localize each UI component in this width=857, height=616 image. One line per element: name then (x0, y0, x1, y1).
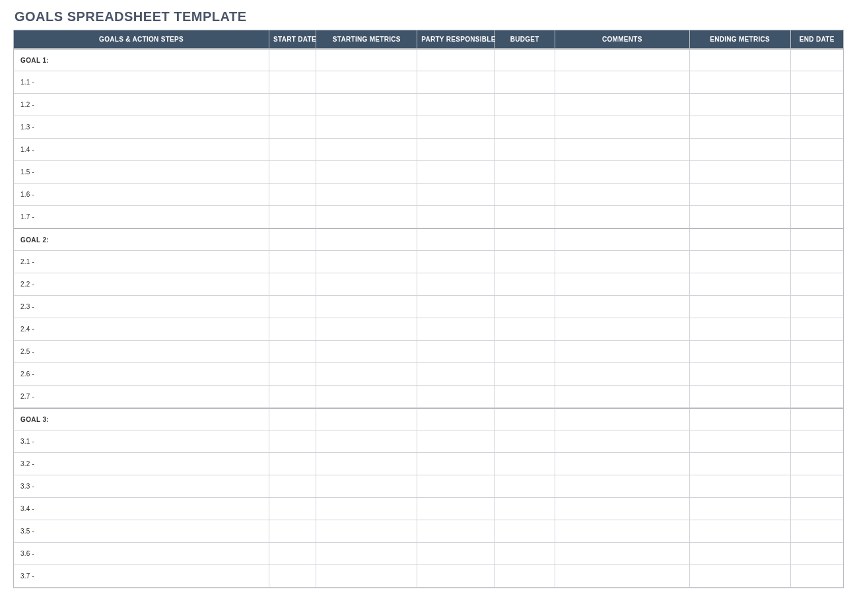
step-label[interactable]: 2.5 - (14, 341, 269, 363)
cell-col-budget[interactable] (495, 161, 555, 184)
cell-col-start-metric[interactable] (316, 520, 417, 543)
cell-col-comments[interactable] (555, 71, 690, 94)
cell-col-end-date[interactable] (791, 543, 844, 565)
cell-col-party[interactable] (417, 71, 495, 94)
cell-col-start-metric[interactable] (316, 94, 417, 116)
cell-col-comments[interactable] (555, 273, 690, 296)
cell-col-start-date[interactable] (269, 363, 316, 386)
cell-col-end-metric[interactable] (690, 565, 791, 588)
cell-col-comments[interactable] (555, 296, 690, 318)
cell-col-start-metric[interactable] (316, 386, 417, 408)
cell-col-start-date[interactable] (269, 296, 316, 318)
cell-col-comments[interactable] (555, 543, 690, 565)
cell-col-start-metric[interactable] (316, 228, 417, 251)
cell-col-party[interactable] (417, 363, 495, 386)
cell-col-budget[interactable] (495, 453, 555, 475)
cell-col-end-date[interactable] (791, 116, 844, 139)
cell-col-start-metric[interactable] (316, 116, 417, 139)
cell-col-start-metric[interactable] (316, 139, 417, 161)
cell-col-budget[interactable] (495, 341, 555, 363)
cell-col-end-date[interactable] (791, 206, 844, 228)
cell-col-start-metric[interactable] (316, 184, 417, 206)
cell-col-start-metric[interactable] (316, 565, 417, 588)
cell-col-budget[interactable] (495, 430, 555, 453)
cell-col-start-metric[interactable] (316, 475, 417, 498)
cell-col-end-metric[interactable] (690, 251, 791, 273)
cell-col-comments[interactable] (555, 116, 690, 139)
cell-col-comments[interactable] (555, 453, 690, 475)
cell-col-budget[interactable] (495, 318, 555, 341)
cell-col-start-metric[interactable] (316, 296, 417, 318)
cell-col-start-metric[interactable] (316, 318, 417, 341)
step-label[interactable]: 3.6 - (14, 543, 269, 565)
cell-col-start-date[interactable] (269, 475, 316, 498)
cell-col-end-metric[interactable] (690, 161, 791, 184)
cell-col-budget[interactable] (495, 71, 555, 94)
cell-col-party[interactable] (417, 273, 495, 296)
cell-col-party[interactable] (417, 453, 495, 475)
cell-col-start-metric[interactable] (316, 453, 417, 475)
cell-col-start-metric[interactable] (316, 273, 417, 296)
cell-col-budget[interactable] (495, 116, 555, 139)
cell-col-end-metric[interactable] (690, 49, 791, 71)
cell-col-party[interactable] (417, 116, 495, 139)
cell-col-party[interactable] (417, 520, 495, 543)
cell-col-comments[interactable] (555, 251, 690, 273)
cell-col-start-metric[interactable] (316, 498, 417, 520)
cell-col-start-date[interactable] (269, 386, 316, 408)
cell-col-budget[interactable] (495, 565, 555, 588)
cell-col-budget[interactable] (495, 386, 555, 408)
cell-col-start-date[interactable] (269, 94, 316, 116)
cell-col-party[interactable] (417, 408, 495, 430)
cell-col-end-date[interactable] (791, 94, 844, 116)
cell-col-budget[interactable] (495, 228, 555, 251)
cell-col-start-date[interactable] (269, 453, 316, 475)
cell-col-budget[interactable] (495, 408, 555, 430)
cell-col-end-date[interactable] (791, 430, 844, 453)
cell-col-start-date[interactable] (269, 116, 316, 139)
cell-col-comments[interactable] (555, 386, 690, 408)
cell-col-end-date[interactable] (791, 184, 844, 206)
cell-col-end-date[interactable] (791, 453, 844, 475)
cell-col-party[interactable] (417, 318, 495, 341)
cell-col-budget[interactable] (495, 251, 555, 273)
cell-col-start-metric[interactable] (316, 251, 417, 273)
cell-col-end-metric[interactable] (690, 386, 791, 408)
cell-col-end-date[interactable] (791, 386, 844, 408)
cell-col-comments[interactable] (555, 475, 690, 498)
step-label[interactable]: 3.7 - (14, 565, 269, 588)
cell-col-end-date[interactable] (791, 273, 844, 296)
cell-col-end-date[interactable] (791, 49, 844, 71)
cell-col-end-metric[interactable] (690, 363, 791, 386)
step-label[interactable]: 1.3 - (14, 116, 269, 139)
cell-col-budget[interactable] (495, 273, 555, 296)
cell-col-party[interactable] (417, 94, 495, 116)
cell-col-end-metric[interactable] (690, 318, 791, 341)
cell-col-start-date[interactable] (269, 408, 316, 430)
cell-col-end-date[interactable] (791, 318, 844, 341)
step-label[interactable]: 1.7 - (14, 206, 269, 228)
cell-col-start-date[interactable] (269, 543, 316, 565)
cell-col-party[interactable] (417, 430, 495, 453)
step-label[interactable]: 3.2 - (14, 453, 269, 475)
cell-col-party[interactable] (417, 565, 495, 588)
cell-col-party[interactable] (417, 251, 495, 273)
cell-col-start-date[interactable] (269, 273, 316, 296)
step-label[interactable]: 2.7 - (14, 386, 269, 408)
cell-col-party[interactable] (417, 206, 495, 228)
cell-col-party[interactable] (417, 161, 495, 184)
cell-col-end-date[interactable] (791, 71, 844, 94)
cell-col-end-metric[interactable] (690, 341, 791, 363)
cell-col-start-date[interactable] (269, 228, 316, 251)
step-label[interactable]: 2.4 - (14, 318, 269, 341)
cell-col-end-metric[interactable] (690, 139, 791, 161)
cell-col-end-metric[interactable] (690, 184, 791, 206)
goal-header-label[interactable]: GOAL 3: (14, 408, 269, 430)
cell-col-end-date[interactable] (791, 251, 844, 273)
cell-col-end-metric[interactable] (690, 475, 791, 498)
cell-col-end-metric[interactable] (690, 206, 791, 228)
cell-col-start-metric[interactable] (316, 430, 417, 453)
cell-col-end-metric[interactable] (690, 498, 791, 520)
cell-col-end-date[interactable] (791, 296, 844, 318)
cell-col-comments[interactable] (555, 363, 690, 386)
